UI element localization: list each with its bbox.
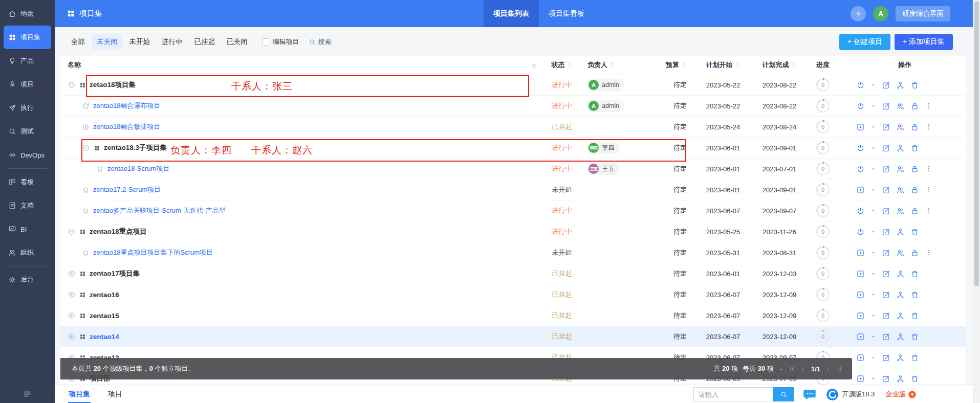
link-members-icon[interactable] (896, 374, 905, 383)
play-square-icon[interactable] (856, 290, 865, 299)
trash-icon[interactable] (910, 270, 919, 278)
header-end[interactable]: 计划完成 (756, 60, 802, 70)
project-name-link[interactable]: zentao18融合敏捷项目 (93, 122, 161, 131)
link-members-icon[interactable] (896, 270, 905, 278)
edit-icon[interactable] (882, 311, 890, 320)
edit-icon[interactable] (882, 290, 890, 299)
trash-icon[interactable] (910, 374, 919, 383)
edit-project-checkbox[interactable] (262, 38, 269, 46)
collapse-all-icon[interactable] (531, 62, 537, 69)
plus-circle-icon[interactable] (68, 311, 76, 320)
lock-icon[interactable] (910, 102, 919, 110)
lock-icon[interactable] (910, 207, 919, 215)
plus-circle-icon[interactable] (68, 270, 76, 278)
edit-icon[interactable] (882, 186, 890, 194)
lock-icon[interactable] (910, 186, 919, 194)
caret-down-icon[interactable] (870, 229, 876, 235)
enterprise-upgrade-link[interactable]: 企业版 (885, 390, 906, 399)
program-name[interactable]: zetao18项目集 (90, 80, 136, 89)
tab-kanban[interactable]: 项目集看板 (539, 0, 594, 27)
link-members-icon[interactable] (896, 332, 905, 341)
sidebar-item-home[interactable]: 地盘 (4, 2, 51, 26)
power-icon[interactable] (856, 81, 865, 89)
link-members-icon[interactable] (896, 311, 905, 320)
project-name-link[interactable]: zentao多产品关联项目-Scrum-无迭代-产品型 (93, 206, 226, 215)
sidebar-item-kanban[interactable]: 看板 (4, 170, 51, 194)
sidebar-item-admin[interactable]: 后台 (4, 268, 51, 292)
users-icon[interactable] (896, 102, 905, 110)
play-square-icon[interactable] (856, 374, 865, 383)
caret-down-icon[interactable] (870, 334, 876, 340)
play-square-icon[interactable] (856, 270, 865, 278)
caret-down-icon[interactable] (870, 355, 876, 361)
edit-icon[interactable] (882, 102, 890, 110)
prev-page-button[interactable] (800, 366, 807, 372)
caret-down-icon[interactable] (870, 166, 876, 172)
trash-icon[interactable] (910, 353, 919, 362)
trash-icon[interactable] (910, 332, 919, 341)
program-name[interactable]: zentao15 (90, 312, 119, 320)
trash-icon[interactable] (910, 228, 919, 236)
trash-icon[interactable] (910, 144, 919, 152)
play-square-icon[interactable] (856, 311, 865, 320)
power-icon[interactable] (856, 144, 865, 152)
header-status[interactable]: 状态 (547, 60, 577, 70)
last-page-button[interactable] (836, 366, 843, 372)
users-icon[interactable] (896, 249, 905, 257)
sidebar-item-doc[interactable]: 文档 (4, 194, 51, 217)
header-owner[interactable]: 负责人 (577, 60, 649, 70)
edit-project-checkbox-group[interactable]: 编辑项目 (262, 37, 299, 47)
first-page-button[interactable] (789, 366, 795, 372)
edit-icon[interactable] (882, 228, 890, 236)
search-toggle[interactable]: 搜索 (309, 37, 332, 47)
next-page-button[interactable] (825, 366, 832, 372)
quick-search-input[interactable] (693, 387, 773, 401)
edit-icon[interactable] (882, 144, 890, 152)
scrollbar-thumb[interactable] (974, 1, 979, 286)
power-icon[interactable] (856, 102, 865, 110)
link-members-icon[interactable] (896, 353, 905, 362)
trash-icon[interactable] (910, 81, 919, 89)
plus-circle-icon[interactable] (68, 332, 76, 341)
edit-icon[interactable] (882, 374, 890, 383)
link-members-icon[interactable] (896, 228, 905, 236)
edit-icon[interactable] (882, 270, 890, 278)
more-icon[interactable] (925, 165, 933, 173)
users-icon[interactable] (896, 123, 905, 131)
play-square-icon[interactable] (856, 123, 865, 131)
link-members-icon[interactable] (896, 144, 905, 152)
per-page-select[interactable]: 每页 30 项 (743, 364, 774, 373)
bottom-tab-项目[interactable]: 项目 (101, 385, 129, 403)
caret-down-icon[interactable] (870, 313, 876, 319)
caret-down-icon[interactable] (870, 103, 876, 109)
project-name-link[interactable]: zentao17.2-Scrum项目 (93, 185, 161, 194)
edit-icon[interactable] (882, 165, 890, 173)
sidebar-item-org[interactable]: 组织 (4, 241, 51, 264)
caret-down-icon[interactable] (870, 187, 876, 193)
power-icon[interactable] (856, 165, 865, 173)
header-start[interactable]: 计划开始 (690, 60, 756, 70)
program-name[interactable]: zentao17项目集 (90, 269, 140, 278)
edit-icon[interactable] (882, 81, 890, 89)
project-name-link[interactable]: zentao18融合瀑布项目 (93, 101, 161, 110)
play-square-icon[interactable] (856, 249, 865, 257)
feedback-chat-icon[interactable] (802, 387, 817, 402)
caret-down-icon[interactable] (870, 208, 876, 214)
program-name[interactable]: zentao18重点项目 (90, 227, 147, 236)
filter-未关闭[interactable]: 未关闭 (92, 34, 122, 50)
caret-down-icon[interactable] (870, 124, 876, 130)
program-name[interactable]: zentao14 (90, 333, 119, 341)
filter-已挂起[interactable]: 已挂起 (190, 34, 220, 50)
add-program-button[interactable]: + 添加项目集 (895, 34, 953, 50)
link-members-icon[interactable] (896, 81, 905, 89)
filter-进行中[interactable]: 进行中 (157, 34, 187, 50)
minus-circle-icon[interactable] (68, 81, 76, 89)
edit-icon[interactable] (882, 207, 890, 215)
header-budget[interactable]: 预算 (649, 60, 690, 70)
project-name-link[interactable]: zentao18重点项目项目集下的Scrum项目 (93, 248, 213, 257)
caret-down-icon[interactable] (870, 271, 876, 277)
play-square-icon[interactable] (856, 186, 865, 194)
more-icon[interactable] (925, 186, 933, 194)
quick-search-button[interactable] (773, 387, 794, 401)
users-icon[interactable] (896, 186, 905, 194)
